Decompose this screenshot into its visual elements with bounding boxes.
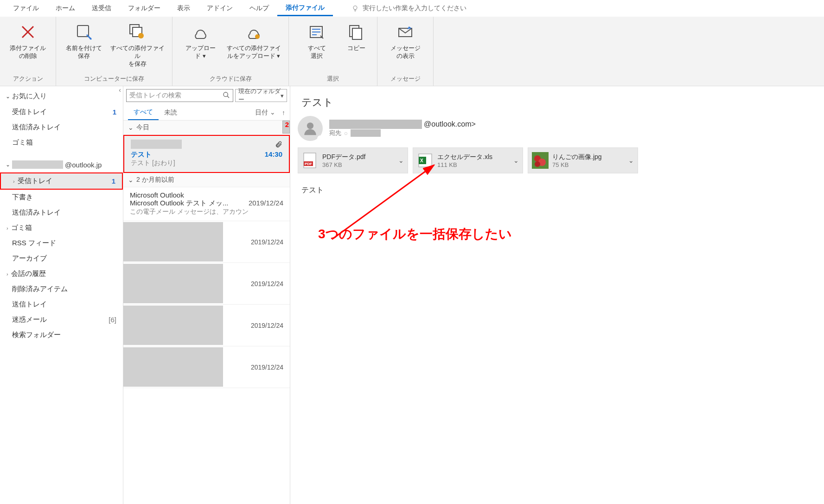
msg-time: 2019/12/24	[251, 322, 283, 329]
account-suffix: @outlook.jp	[65, 161, 102, 169]
reading-header: @outlook.com> 宛先 ○	[298, 116, 817, 141]
chevron-down-icon[interactable]: ⌄	[513, 157, 519, 164]
save-as-button[interactable]: 名前を付けて保存	[61, 19, 107, 63]
presence-indicator	[317, 135, 324, 142]
upload-button[interactable]: アップロード ▾	[177, 19, 224, 63]
fav-trash[interactable]: ゴミ箱	[0, 135, 123, 150]
msg-mask	[123, 222, 223, 262]
search-icon[interactable]	[223, 91, 230, 100]
sort-by-label: 日付	[255, 108, 268, 116]
nav-outbox[interactable]: 送信トレイ	[0, 297, 123, 312]
chevron-down-icon: ⌄	[6, 161, 10, 168]
chevron-down-icon[interactable]: ⌄	[628, 157, 634, 164]
chevron-down-icon: ⌄	[6, 93, 10, 100]
nav-conv-history[interactable]: ›会話の履歴	[0, 266, 123, 281]
svg-point-12	[307, 122, 313, 129]
search-scope-dropdown[interactable]: 現在のフォルダー▾	[235, 89, 287, 102]
menu-addin[interactable]: アドイン	[198, 1, 241, 15]
nav-drafts[interactable]: 下書き	[0, 190, 123, 205]
msg-mask	[123, 264, 223, 303]
chevron-down-icon: ⌄	[128, 124, 134, 131]
ribbon-group-save-computer-label: コンピューターに保存	[61, 73, 167, 84]
menu-view[interactable]: 表示	[169, 1, 198, 15]
nav-inbox[interactable]: ›受信トレイ1	[0, 172, 123, 190]
attachment-size: 75 KB	[552, 161, 625, 168]
sort-direction-button[interactable]: ↑	[282, 109, 285, 116]
message-item[interactable]: Microsoft Outlook Microsoft Outlook テスト …	[123, 187, 290, 221]
from-mask	[329, 120, 422, 129]
envelope-icon	[396, 23, 415, 41]
nav-deleted[interactable]: 削除済みアイテム	[0, 281, 123, 297]
message-list-pane: 受信トレイの検索 現在のフォルダー▾ すべて 未読 日付 ⌄ ↑ ⌄今日 2 テ…	[123, 86, 290, 504]
message-item[interactable]: 2019/12/24	[123, 221, 290, 263]
remove-attachment-button[interactable]: 添付ファイルの削除	[5, 19, 51, 63]
copy-button[interactable]: コピー	[340, 19, 372, 55]
tab-unread[interactable]: 未読	[159, 106, 183, 120]
attachment-size: 111 KB	[437, 161, 510, 168]
reading-to: 宛先 ○	[329, 129, 476, 137]
ribbon-group-action: 添付ファイルの削除 アクション	[0, 17, 56, 86]
message-item[interactable]: 2019/12/24	[123, 305, 290, 346]
menu-bar: ファイル ホーム 送受信 フォルダー 表示 アドイン ヘルプ 添付ファイル 実行…	[0, 0, 824, 17]
attachment-jpg[interactable]: りんごの画像.jpg75 KB ⌄	[528, 147, 638, 173]
attachment-name: りんごの画像.jpg	[552, 153, 625, 161]
menu-home[interactable]: ホーム	[47, 1, 83, 15]
annotation-2: 2	[285, 121, 289, 128]
person-icon	[302, 121, 318, 136]
tell-me[interactable]: 実行したい作業を入力してください	[351, 4, 466, 13]
account-name-mask	[12, 160, 63, 169]
ribbon-group-action-label: アクション	[5, 73, 51, 84]
nav-conv-history-label: 会話の履歴	[11, 269, 46, 278]
nav-favorites-label: お気に入り	[12, 92, 47, 101]
menu-file[interactable]: ファイル	[5, 1, 47, 15]
message-item[interactable]: 2019/12/24	[123, 346, 290, 388]
msg-subject: Microsoft Outlook テスト メッ...	[130, 199, 229, 208]
svg-point-2	[89, 38, 91, 39]
nav-favorites-header[interactable]: ⌄お気に入り	[0, 88, 123, 104]
sort-by-dropdown[interactable]: 日付 ⌄	[255, 108, 275, 117]
msg-time: 2019/12/24	[251, 364, 283, 371]
menu-help[interactable]: ヘルプ	[241, 1, 277, 15]
show-message-label: メッセージの表示	[390, 45, 421, 60]
svg-point-0	[353, 6, 357, 10]
nav-search-folders[interactable]: 検索フォルダー	[0, 327, 123, 343]
nav-junk-count: [6]	[109, 316, 116, 324]
nav-account-header[interactable]: ⌄@outlook.jp	[0, 157, 123, 172]
attachment-name: PDFデータ.pdf	[322, 153, 395, 161]
menu-sendreceive[interactable]: 送受信	[83, 1, 120, 15]
remove-attachment-label: 添付ファイルの削除	[10, 45, 46, 60]
show-message-button[interactable]: メッセージの表示	[382, 19, 428, 63]
nav-trash[interactable]: ›ゴミ箱	[0, 220, 123, 236]
message-item[interactable]: 2019/12/24	[123, 263, 290, 305]
chevron-down-icon: ▾	[281, 92, 284, 99]
menu-attachments[interactable]: 添付ファイル	[277, 1, 333, 16]
ribbon-group-message-label: メッセージ	[382, 73, 428, 84]
msg-preview: テスト [おわり]	[131, 159, 282, 167]
message-item-selected[interactable]: テスト14:30 テスト [おわり]	[123, 135, 290, 173]
nav-archive[interactable]: アーカイブ	[0, 251, 123, 266]
msg-time: 2019/12/24	[251, 238, 283, 246]
fav-sent-label: 送信済みトレイ	[12, 123, 61, 132]
upload-all-button[interactable]: すべての添付ファイルをアップロード ▾	[224, 19, 284, 63]
menu-folder[interactable]: フォルダー	[120, 1, 169, 15]
upload-all-label: すべての添付ファイルをアップロード ▾	[227, 45, 281, 60]
svg-point-11	[224, 92, 228, 96]
search-scope-label: 現在のフォルダー	[238, 87, 281, 104]
nav-sent[interactable]: 送信済みトレイ	[0, 205, 123, 220]
group-2months[interactable]: ⌄2 か月前以前	[123, 173, 290, 187]
tab-all[interactable]: すべて	[128, 105, 159, 120]
save-all-button[interactable]: すべての添付ファイルを保存	[107, 19, 167, 71]
save-as-label: 名前を付けて保存	[66, 45, 102, 60]
nav-rss[interactable]: RSS フィード	[0, 236, 123, 251]
message-list-body[interactable]: ⌄今日 2 テスト14:30 テスト [おわり] ⌄2 か月前以前 Micros…	[123, 121, 290, 504]
nav-junk[interactable]: 迷惑メール[6]	[0, 312, 123, 327]
select-all-icon	[307, 23, 326, 41]
reading-to-label: 宛先	[329, 129, 341, 137]
group-today[interactable]: ⌄今日 2	[123, 121, 290, 135]
collapse-nav-icon[interactable]: ‹	[119, 86, 121, 94]
search-input[interactable]: 受信トレイの検索	[126, 89, 233, 102]
select-all-button[interactable]: すべて選択	[294, 19, 340, 63]
fav-inbox[interactable]: 受信トレイ1	[0, 104, 123, 120]
fav-sent[interactable]: 送信済みトレイ	[0, 120, 123, 135]
save-all-label: すべての添付ファイルを保存	[108, 45, 166, 68]
